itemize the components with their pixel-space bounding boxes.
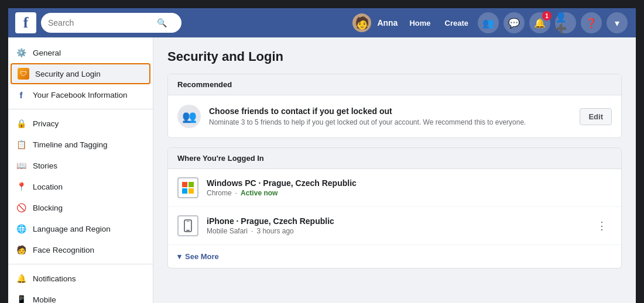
lock-icon: 🔒: [15, 118, 27, 129]
svg-rect-6: [187, 221, 190, 222]
messenger-icon: 💬: [508, 18, 520, 29]
rec-title: Choose friends to contact if you get loc…: [209, 106, 571, 116]
shield-icon: 🛡: [18, 68, 29, 80]
browser-safari: Mobile Safari: [207, 227, 248, 235]
chevron-down-icon: ▾: [615, 18, 619, 29]
sidebar-label-notifications: Notifications: [33, 274, 76, 283]
sidebar-label-blocking: Blocking: [33, 204, 63, 212]
svg-rect-3: [189, 188, 194, 194]
sidebar-item-timeline[interactable]: 📋 Timeline and Tagging: [8, 134, 153, 155]
sidebar-label-general: General: [33, 49, 61, 57]
notification-icon: 🔔: [15, 273, 27, 284]
sidebar-label-security: Security and Login: [35, 70, 101, 78]
see-more-button[interactable]: ▾ See More: [168, 245, 621, 268]
sidebar-label-privacy: Privacy: [33, 119, 59, 128]
sidebar-item-your-facebook[interactable]: f Your Facebook Information: [8, 84, 153, 105]
notification-badge: 1: [542, 11, 551, 20]
messenger-icon-btn[interactable]: 💬: [503, 12, 525, 33]
app-window: f 🔍 🧑 Anna Home Create 👥 💬 🔔 1 👤: [6, 6, 638, 303]
notifications-icon-btn[interactable]: 🔔 1: [529, 12, 550, 33]
main-layout: ⚙️ General 🛡 Security and Login f Your F…: [8, 37, 636, 303]
friends-icon-btn[interactable]: 👥: [478, 12, 499, 33]
iphone-device-icon: [177, 215, 198, 236]
sidebar-label-stories: Stories: [33, 161, 57, 170]
dropdown-icon-btn[interactable]: ▾: [607, 12, 628, 33]
sidebar-label-location: Location: [33, 183, 63, 191]
logged-in-header: Where You're Logged In: [168, 148, 621, 169]
time-separator: ·: [251, 227, 253, 235]
more-options-button[interactable]: ⋮: [592, 217, 612, 235]
browser-chrome: Chrome: [207, 189, 232, 197]
sidebar-item-security-login[interactable]: 🛡 Security and Login: [11, 63, 150, 84]
sidebar: ⚙️ General 🛡 Security and Login f Your F…: [8, 37, 153, 303]
avatar: 🧑: [352, 13, 371, 32]
help-icon-btn[interactable]: ❓: [581, 12, 602, 33]
sidebar-item-mobile[interactable]: 📱 Mobile: [8, 289, 153, 303]
svg-rect-1: [189, 182, 194, 187]
search-bar[interactable]: 🔍: [41, 13, 181, 33]
sidebar-item-stories[interactable]: 📖 Stories: [8, 155, 153, 176]
add-friend-icon: 👤➕: [555, 12, 576, 34]
time-ago: 3 hours ago: [256, 227, 293, 235]
search-input[interactable]: [48, 18, 153, 27]
sidebar-label-language: Language and Region: [33, 225, 111, 233]
recommended-header: Recommended: [168, 74, 621, 95]
navbar: f 🔍 🧑 Anna Home Create 👥 💬 🔔 1 👤: [8, 8, 636, 37]
facebook-icon: f: [15, 89, 27, 101]
recommended-row: 👥 Choose friends to contact if you get l…: [168, 95, 621, 137]
sidebar-item-face-recognition[interactable]: 🧑 Face Recognition: [8, 239, 153, 260]
block-icon: 🚫: [15, 202, 27, 214]
facebook-logo[interactable]: f: [15, 12, 36, 33]
friend-requests-icon-btn[interactable]: 👤➕: [555, 12, 576, 33]
svg-rect-5: [186, 230, 190, 231]
gear-icon: ⚙️: [15, 47, 27, 58]
sidebar-item-general[interactable]: ⚙️ General: [8, 42, 153, 63]
recommended-card: Recommended 👥 Choose friends to contact …: [167, 74, 622, 138]
book-icon: 📖: [15, 160, 27, 171]
locked-out-icon: 👥: [177, 105, 201, 128]
login-row-windows: Windows PC · Prague, Czech Republic Chro…: [168, 169, 621, 207]
separator: ·: [235, 189, 237, 197]
content-area: Security and Login Recommended 👥 Choose …: [153, 37, 636, 303]
nav-home[interactable]: Home: [403, 8, 436, 37]
chevron-down-icon: ▾: [177, 252, 181, 261]
clipboard-icon: 📋: [15, 139, 27, 150]
device-name-iphone: iPhone · Prague, Czech Republic: [207, 216, 584, 226]
sidebar-item-blocking[interactable]: 🚫 Blocking: [8, 197, 153, 218]
nav-right: 🧑 Anna Home Create 👥 💬 🔔 1 👤➕ ❓ ▾: [352, 8, 629, 37]
logged-in-card: Where You're Logged In Windows PC · Prag…: [167, 147, 622, 268]
active-status: Active now: [241, 189, 278, 197]
sidebar-item-notifications[interactable]: 🔔 Notifications: [8, 268, 153, 289]
sidebar-item-language[interactable]: 🌐 Language and Region: [8, 218, 153, 239]
mobile-icon: 📱: [15, 294, 27, 303]
login-row-iphone: iPhone · Prague, Czech Republic Mobile S…: [168, 207, 621, 245]
page-title: Security and Login: [167, 49, 622, 64]
nav-create[interactable]: Create: [439, 8, 474, 37]
sidebar-label-your-facebook: Your Facebook Information: [33, 91, 128, 99]
device-name-windows: Windows PC · Prague, Czech Republic: [207, 178, 612, 188]
face-icon: 🧑: [15, 244, 27, 256]
location-icon: 📍: [15, 181, 27, 192]
help-icon: ❓: [585, 18, 597, 29]
sidebar-divider-2: [8, 264, 153, 264]
sidebar-divider-1: [8, 109, 153, 109]
search-icon: 🔍: [157, 18, 167, 27]
sidebar-item-location[interactable]: 📍 Location: [8, 176, 153, 197]
windows-device-icon: [177, 177, 198, 198]
edit-button[interactable]: Edit: [580, 108, 612, 125]
globe-icon: 🌐: [15, 223, 27, 235]
svg-rect-2: [182, 188, 187, 194]
rec-desc: Nominate 3 to 5 friends to help if you g…: [209, 118, 571, 126]
svg-rect-0: [182, 182, 187, 187]
nav-username: Anna: [374, 18, 401, 27]
sidebar-label-timeline: Timeline and Tagging: [33, 140, 108, 149]
sidebar-label-mobile: Mobile: [33, 295, 56, 304]
sidebar-item-privacy[interactable]: 🔒 Privacy: [8, 113, 153, 134]
friends-icon: 👥: [482, 18, 494, 29]
sidebar-label-face: Face Recognition: [33, 246, 94, 254]
